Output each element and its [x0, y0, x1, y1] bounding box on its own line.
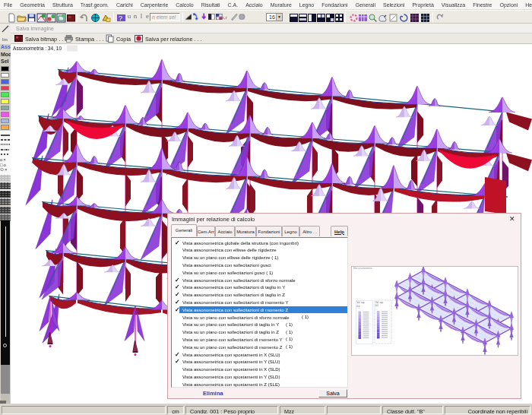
svg-text:Val. sup.: Val. sup.	[357, 301, 366, 304]
svg-text:0.0: 0.0	[357, 305, 360, 308]
svg-text:0.0: 0.0	[375, 304, 378, 307]
svg-text:r,r: r,r	[223, 14, 227, 20]
svg-text:?: ?	[119, 14, 122, 22]
svg-text:Im: Im	[2, 37, 8, 42]
svg-text:Val. sup.: Val. sup.	[375, 301, 384, 304]
svg-text:Mzz assonometria: Mzz assonometria	[353, 267, 372, 270]
svg-text:Assonometria : 34, 10: Assonometria : 34, 10	[13, 46, 62, 51]
